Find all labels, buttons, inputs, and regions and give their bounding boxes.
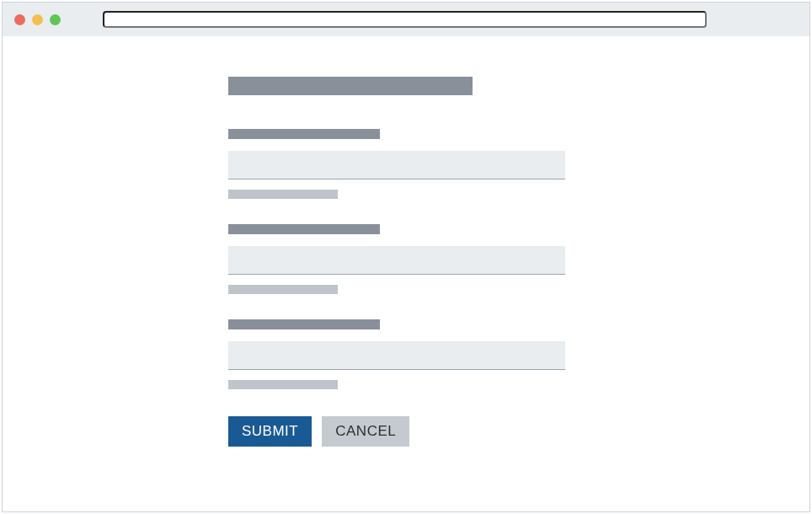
titlebar [3, 3, 809, 36]
button-row: SUBMIT CANCEL [228, 416, 582, 447]
form-field-3 [228, 319, 582, 389]
window-controls [14, 14, 61, 25]
minimize-icon[interactable] [32, 14, 43, 25]
field-hint [228, 380, 338, 389]
text-input-3[interactable] [228, 341, 565, 370]
text-input-2[interactable] [228, 246, 565, 275]
browser-window: SUBMIT CANCEL [2, 2, 810, 512]
field-hint [228, 285, 338, 294]
field-label [228, 224, 380, 234]
field-label [228, 129, 380, 139]
form-field-1 [228, 129, 582, 199]
page-content: SUBMIT CANCEL [3, 36, 809, 511]
field-hint [228, 190, 338, 199]
field-label [228, 319, 380, 329]
page-title [228, 77, 473, 95]
submit-button[interactable]: SUBMIT [228, 416, 312, 447]
address-bar[interactable] [103, 11, 707, 28]
form: SUBMIT CANCEL [228, 77, 582, 447]
cancel-button[interactable]: CANCEL [322, 416, 409, 447]
maximize-icon[interactable] [50, 14, 61, 25]
form-field-2 [228, 224, 582, 294]
text-input-1[interactable] [228, 151, 565, 179]
close-icon[interactable] [14, 14, 25, 25]
